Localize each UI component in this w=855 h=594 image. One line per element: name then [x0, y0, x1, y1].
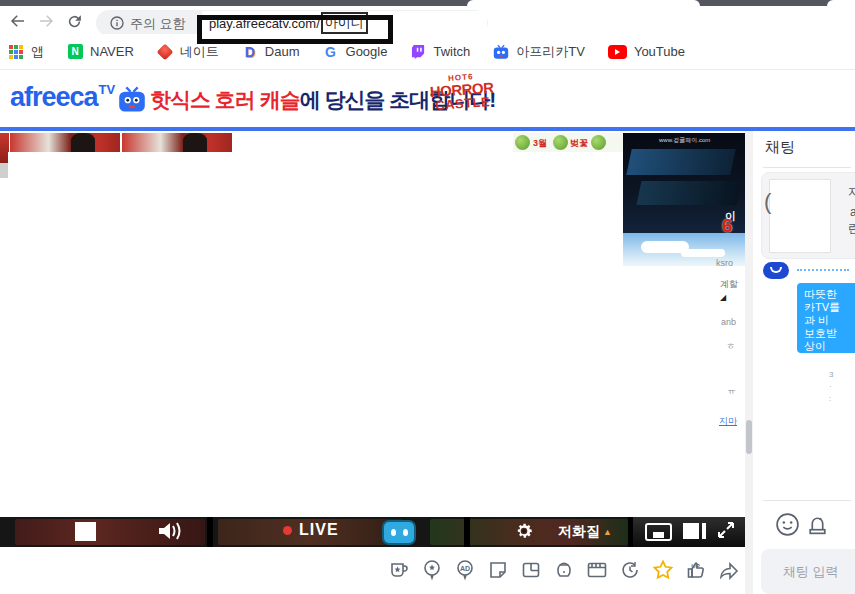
notice-chat-bubble: 따뜻한 카TV를 과 비 보호받 상이 [797, 283, 855, 353]
afreecatv-mascot-icon [117, 86, 147, 113]
favorite-star-icon[interactable] [650, 557, 676, 583]
page-body: 3월 벚꽃 www.경골페이.com 이 6 ksro 계할 ◢ anb ㅎ ㅠ… [0, 131, 855, 594]
bookmark-daum[interactable]: D Daum [242, 44, 300, 60]
siren-icon [805, 512, 830, 537]
vod-icon[interactable] [584, 557, 610, 583]
refresh-icon [66, 13, 83, 30]
pip-button[interactable] [645, 523, 672, 545]
speaker-icon [156, 520, 184, 542]
live-dot-icon [283, 526, 292, 535]
sticker-icon[interactable] [485, 557, 511, 583]
divider [763, 167, 851, 168]
security-label[interactable]: 주의 요함 [130, 15, 186, 33]
chocolate-icon[interactable] [518, 557, 544, 583]
page-fragment-text: 계할 [720, 278, 738, 291]
bookmark-naver[interactable]: N NAVER [67, 44, 134, 60]
bubble-line: 상이 [804, 340, 855, 353]
google-icon: G [323, 44, 339, 60]
banner-text: 벚꽃 [570, 137, 588, 150]
promo-banner-highlight: 핫식스 호러 캐슬 [150, 88, 300, 111]
annotation-highlight-rect [197, 15, 393, 44]
ad-balloon-icon[interactable]: AD [452, 557, 478, 583]
share-icon[interactable] [716, 557, 742, 583]
ad-thumbnail [10, 133, 120, 152]
chat-input-placeholder: 채팅 입력 [783, 563, 839, 581]
bookmark-label: 앱 [31, 43, 44, 61]
bubble-line: 과 비 [804, 314, 855, 327]
bookmarks-bar: 앱 N NAVER 네이트 D Daum G Google Twitch [0, 34, 855, 70]
page-fragment-text: ㅎ [726, 340, 735, 353]
divider [763, 500, 851, 501]
page-scrollbar[interactable] [745, 131, 753, 594]
browser-window: 주의 요함 play.afreecatv.com/아이디 앱 N NAVER 네… [0, 0, 855, 594]
star-balloon-icon[interactable] [419, 557, 445, 583]
bookmark-label: NAVER [90, 44, 134, 59]
back-icon [9, 12, 27, 30]
forward-icon [37, 12, 55, 30]
wide-screen-button[interactable] [683, 523, 706, 539]
live-indicator: LIVE [283, 521, 339, 539]
daum-icon: D [242, 44, 258, 60]
browser-toolbar: 주의 요함 play.afreecatv.com/아이디 [0, 6, 855, 34]
player-control-bar [0, 517, 745, 547]
page-fragment-text: ㅠ [727, 384, 736, 397]
manager-badge-icon [763, 262, 789, 279]
broadcaster-image [769, 179, 831, 253]
banner-text: 3월 [533, 137, 547, 150]
history-icon[interactable] [617, 557, 643, 583]
bookmark-label: 아프리카TV [516, 43, 585, 61]
jar-icon[interactable] [551, 557, 577, 583]
page-fragment-text: anb [721, 317, 736, 327]
fullscreen-icon [716, 520, 736, 540]
afreecatv-icon [493, 44, 509, 60]
ad-url-text: www.경골페이.com [659, 136, 710, 145]
video-blank-area [8, 152, 623, 517]
youtube-icon [608, 44, 627, 60]
svg-text:UP: UP [691, 563, 699, 569]
smiley-icon [775, 512, 800, 537]
siren-button[interactable] [805, 512, 830, 541]
faint-marks: 3·: [829, 369, 833, 405]
chat-title: 채팅 [765, 138, 795, 157]
card-text-fragment: a [850, 205, 855, 219]
card-text-fragment: 지 [848, 184, 855, 201]
bubble-line: 따뜻한 [804, 288, 855, 301]
scrollbar-thumb[interactable] [746, 420, 752, 454]
broadcaster-card[interactable]: ( 지 a 린 [761, 172, 855, 259]
fullscreen-button[interactable] [716, 520, 736, 544]
page-fragment-link[interactable]: 지마 [719, 415, 737, 428]
bookmark-label: 네이트 [180, 43, 219, 61]
gift-cup-icon[interactable] [386, 557, 412, 583]
bookmark-label: Twitch [433, 44, 470, 59]
emoticon-button[interactable] [775, 512, 800, 541]
stop-button[interactable] [75, 522, 96, 541]
bookmark-afreecatv[interactable]: 아프리카TV [493, 43, 585, 61]
forward-button[interactable] [34, 9, 58, 33]
bookmark-label: YouTube [634, 44, 685, 59]
volume-button[interactable] [156, 520, 184, 546]
quality-selector[interactable]: 저화질 ▲ [558, 523, 612, 541]
afreecatv-logo[interactable]: afreecaTV [10, 84, 147, 113]
settings-button[interactable] [514, 521, 534, 545]
event-banner: 3월 벚꽃 [513, 133, 623, 152]
naver-icon: N [67, 44, 83, 60]
gift-action-bar: AD UP [386, 557, 742, 583]
hot6-badge: 6 [722, 215, 733, 237]
chat-panel: 채팅 ( 지 a 린 따뜻한 카TV를 과 비 보호받 상이 3·: [753, 131, 855, 594]
bookmark-nate[interactable]: 네이트 [157, 43, 219, 61]
refresh-button[interactable] [62, 9, 86, 33]
video-player[interactable]: 3월 벚꽃 www.경골페이.com 이 6 ksro 계할 ◢ anb ㅎ ㅠ… [0, 131, 745, 547]
chat-input[interactable]: 채팅 입력 [761, 549, 855, 594]
bookmark-twitch[interactable]: Twitch [410, 44, 470, 60]
up-vote-icon[interactable]: UP [683, 557, 709, 583]
bookmark-youtube[interactable]: YouTube [608, 44, 685, 60]
back-button[interactable] [6, 9, 30, 33]
bookmark-apps[interactable]: 앱 [8, 43, 44, 61]
bookmark-google[interactable]: G Google [323, 44, 388, 60]
twitch-icon [410, 44, 426, 60]
hot6-horror-castle-logo[interactable]: HOT6 HORROR CASTLE [429, 72, 495, 112]
card-glyph: ( [764, 189, 771, 215]
bookmark-label: Daum [265, 44, 300, 59]
page-fragment-text: ksro [716, 258, 733, 268]
ad-thumbnail [122, 133, 232, 152]
